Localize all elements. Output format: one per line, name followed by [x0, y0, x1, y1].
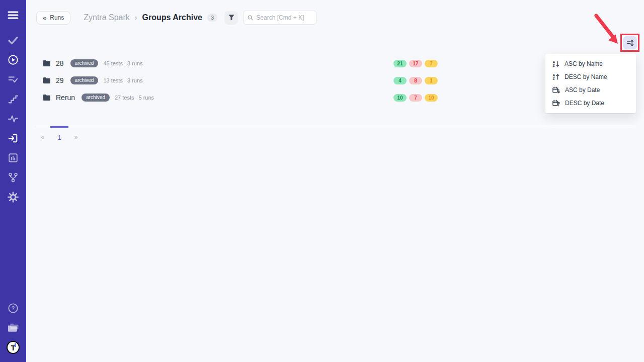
menu-item-asc-by-date[interactable]: ASC by Date — [545, 83, 636, 97]
search-input[interactable] — [256, 14, 312, 21]
folder-icon — [43, 94, 51, 101]
activity-pulse-icon[interactable] — [7, 113, 19, 124]
menu-item-label: ASC by Name — [565, 60, 603, 67]
svg-text:A: A — [553, 60, 555, 64]
group-name: 28 — [56, 59, 64, 67]
svg-text:Z: Z — [553, 77, 555, 80]
archived-badge: archived — [82, 94, 110, 102]
archived-badge: archived — [70, 76, 99, 84]
avatar-logo-accent — [15, 343, 16, 347]
group-name: Rerun — [56, 94, 75, 102]
menu-item-label: DESC by Name — [565, 73, 607, 80]
svg-text:Z: Z — [553, 64, 555, 67]
play-circle-icon[interactable] — [7, 54, 19, 65]
menu-item-label: ASC by Date — [565, 86, 600, 94]
svg-text:?: ? — [12, 305, 15, 311]
help-circle-icon[interactable]: ? — [7, 303, 19, 314]
git-branch-icon[interactable] — [7, 172, 19, 183]
stat-badges: 21 17 7 — [393, 58, 438, 69]
sort-alpha-up-icon: AZ — [552, 73, 559, 80]
archived-badge: archived — [70, 59, 99, 67]
double-chevron-left-icon: « — [43, 14, 46, 22]
tests-count: 27 tests — [115, 95, 134, 101]
pagination-prev-button[interactable]: « — [35, 126, 50, 141]
stat-badge-green: 4 — [393, 77, 407, 84]
page-title: Groups Archive — [142, 13, 202, 22]
stat-badge-red: 8 — [409, 77, 422, 84]
stat-badge-yellow: 7 — [425, 60, 438, 67]
calendar-up-icon — [552, 100, 560, 107]
menu-item-desc-by-date[interactable]: DESC by Date — [545, 97, 636, 110]
stat-badge-yellow: 1 — [425, 77, 438, 84]
stat-badges: 4 8 1 — [393, 75, 438, 86]
filter-button[interactable] — [224, 11, 238, 25]
breadcrumb-separator: › — [135, 14, 137, 22]
stat-badge-green: 21 — [393, 60, 407, 67]
sort-icon — [626, 39, 634, 47]
group-count-badge: 3 — [207, 14, 217, 22]
filter-funnel-icon — [228, 14, 235, 21]
pagination-next-button[interactable]: » — [68, 126, 84, 141]
search-icon — [248, 15, 253, 21]
list-check-icon[interactable] — [7, 74, 19, 85]
runs-count: 5 runs — [138, 95, 154, 101]
tests-count: 45 tests — [103, 60, 123, 66]
stat-badge-red: 17 — [409, 60, 422, 67]
runs-button-label: Runs — [50, 14, 64, 21]
sort-button[interactable] — [623, 36, 637, 49]
menu-item-asc-by-name[interactable]: AZ ASC by Name — [545, 57, 636, 70]
group-name: 29 — [56, 76, 64, 84]
folders-icon[interactable] — [7, 322, 19, 333]
import-tray-icon[interactable] — [7, 133, 19, 144]
stat-badge-red: 7 — [409, 94, 422, 102]
sort-alpha-down-icon: AZ — [552, 60, 559, 67]
runs-count: 3 runs — [127, 60, 143, 66]
search-box — [243, 11, 316, 25]
user-avatar[interactable]: T — [7, 341, 20, 354]
check-icon[interactable] — [7, 35, 19, 46]
runs-count: 3 runs — [127, 77, 143, 83]
pagination-page-1[interactable]: 1 — [50, 126, 68, 141]
menu-item-desc-by-name[interactable]: AZ DESC by Name — [545, 70, 636, 83]
menu-item-label: DESC by Date — [565, 100, 604, 107]
stat-badge-green: 10 — [393, 94, 407, 102]
tests-count: 13 tests — [103, 77, 123, 83]
sort-dropdown-menu: AZ ASC by Name AZ DESC by Name ASC by Da… — [545, 54, 636, 113]
pagination: « 1 » — [35, 127, 636, 141]
back-to-runs-button[interactable]: « Runs — [36, 11, 70, 25]
annotation-highlight-box — [620, 34, 639, 52]
svg-text:A: A — [553, 73, 555, 77]
hamburger-menu-icon[interactable] — [7, 10, 19, 21]
folder-icon — [43, 60, 51, 67]
folder-icon — [43, 77, 51, 84]
calendar-down-icon — [552, 86, 560, 94]
settings-gear-icon[interactable] — [7, 192, 19, 203]
sidebar-bottom: ? T — [7, 303, 20, 354]
bar-chart-icon[interactable] — [7, 152, 19, 163]
top-bar: « Runs Zyntra Spark › Groups Archive 3 — [26, 0, 644, 32]
stat-badges: 10 7 10 — [393, 92, 438, 103]
breadcrumb: Zyntra Spark › Groups Archive 3 — [84, 13, 217, 22]
steps-icon[interactable] — [7, 94, 19, 105]
sidebar: ? T — [0, 0, 26, 362]
breadcrumb-parent[interactable]: Zyntra Spark — [84, 13, 130, 22]
stat-badge-yellow: 10 — [425, 94, 438, 102]
